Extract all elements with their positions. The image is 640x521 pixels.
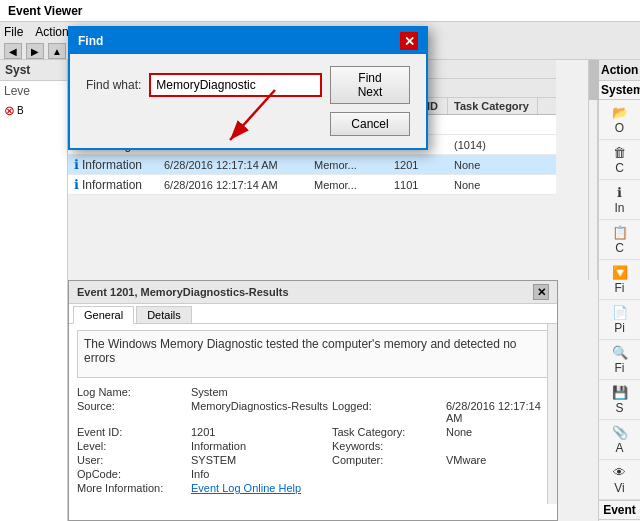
col-task[interactable]: Task Category: [448, 98, 538, 114]
action-item-copy[interactable]: 📋 C: [599, 220, 640, 260]
scrollbar-thumb[interactable]: [589, 60, 599, 100]
action-item-clear[interactable]: 🗑 C: [599, 140, 640, 180]
attach-icon: 📎: [612, 424, 628, 440]
user-value: SYSTEM: [191, 454, 328, 466]
more-info-label: More Information:: [77, 482, 187, 494]
source-value: MemoryDiagnostics-Results: [191, 400, 328, 424]
save-icon: 💾: [612, 384, 628, 400]
props-icon: 📄: [612, 304, 628, 320]
event-detail-panel: Event 1201, MemoryDiagnostics-Results ✕ …: [68, 280, 558, 521]
find-next-button[interactable]: Find Next: [330, 66, 410, 104]
menu-action[interactable]: Action: [35, 25, 68, 39]
action-item-save[interactable]: 💾 S: [599, 380, 640, 420]
menu-file[interactable]: File: [4, 25, 23, 39]
error-icon: ⊗: [4, 103, 15, 118]
find-what-input[interactable]: [149, 73, 322, 97]
find-dialog-close-button[interactable]: ✕: [400, 32, 418, 50]
title-bar: Event Viewer: [0, 0, 640, 22]
detail-close-button[interactable]: ✕: [533, 284, 549, 300]
find-dialog-titlebar: Find ✕: [70, 28, 426, 54]
action-item-props[interactable]: 📄 Pi: [599, 300, 640, 340]
action-item-attach[interactable]: 📎 A: [599, 420, 640, 460]
actions-system-label: System: [599, 81, 640, 100]
action-item-open[interactable]: 📂 O: [599, 100, 640, 140]
computer-label: Computer:: [332, 454, 442, 466]
tab-general[interactable]: General: [73, 306, 134, 324]
event-id-value: 1201: [191, 426, 328, 438]
table-row[interactable]: ℹ Information 6/28/2016 12:17:14 AM Memo…: [68, 175, 556, 195]
task-cat-value: None: [446, 426, 549, 438]
app-title: Event Viewer: [8, 4, 82, 18]
actions-event-label: Event: [599, 500, 640, 520]
action-item-filter[interactable]: 🔽 Fi: [599, 260, 640, 300]
opcode-label: OpCode:: [77, 468, 187, 480]
right-actions-panel: Action System 📂 O 🗑 C ℹ In 📋 C 🔽 Fi 📄 Pi…: [598, 60, 640, 521]
cancel-row: Cancel: [86, 112, 410, 136]
find-dialog: Find ✕ Find what: Find Next Cancel: [68, 26, 428, 150]
view-icon: 👁: [612, 464, 628, 480]
open-icon: 📂: [612, 104, 628, 120]
info-icon-row2: ℹ: [74, 177, 79, 192]
more-info-link[interactable]: Event Log Online Help: [191, 482, 328, 494]
find-icon: 🔍: [612, 344, 628, 360]
keywords-label: Keywords:: [332, 440, 442, 452]
detail-tabs-row: General Details: [69, 304, 557, 324]
detail-panel-title-text: Event 1201, MemoryDiagnostics-Results: [77, 286, 289, 298]
find-dialog-title: Find: [78, 34, 103, 48]
find-dialog-body: Find what: Find Next Cancel: [70, 54, 426, 148]
left-tree-panel: Syst Leve ⊗ B: [0, 60, 68, 521]
action-item-view[interactable]: 👁 Vi: [599, 460, 640, 500]
find-input-row: Find what: Find Next: [86, 66, 410, 104]
tree-level: Leve: [0, 81, 67, 101]
toolbar-back-btn[interactable]: ◀: [4, 43, 22, 59]
user-label: User:: [77, 454, 187, 466]
find-what-label: Find what:: [86, 78, 141, 92]
event-description: The Windows Memory Diagnostic tested the…: [77, 330, 549, 378]
detail-content-area: The Windows Memory Diagnostic tested the…: [69, 324, 557, 504]
keywords-value: [446, 440, 549, 452]
detail-scrollbar[interactable]: [547, 324, 557, 504]
copy-icon: 📋: [612, 224, 628, 240]
level-value: Information: [191, 440, 328, 452]
action-item-info[interactable]: ℹ In: [599, 180, 640, 220]
cancel-button[interactable]: Cancel: [330, 112, 410, 136]
left-panel-header: Syst: [0, 60, 67, 81]
tab-details[interactable]: Details: [136, 306, 192, 323]
source-label: Source:: [77, 400, 187, 424]
toolbar-forward-btn[interactable]: ▶: [26, 43, 44, 59]
main-scrollbar[interactable]: [588, 60, 598, 280]
event-id-label: Event ID:: [77, 426, 187, 438]
toolbar-up-btn[interactable]: ▲: [48, 43, 66, 59]
table-row[interactable]: ℹ Information 6/28/2016 12:17:14 AM Memo…: [68, 155, 556, 175]
logged-label: Logged:: [332, 400, 442, 424]
opcode-value: Info: [191, 468, 328, 480]
event-info-grid: Log Name: System Source: MemoryDiagnosti…: [77, 386, 549, 494]
action-item-find[interactable]: 🔍 Fi: [599, 340, 640, 380]
level-label: Level:: [77, 440, 187, 452]
logged-value: 6/28/2016 12:17:14 AM: [446, 400, 549, 424]
task-cat-label: Task Category:: [332, 426, 442, 438]
detail-panel-titlebar: Event 1201, MemoryDiagnostics-Results ✕: [69, 281, 557, 304]
clear-icon: 🗑: [612, 144, 628, 160]
info-icon2: ℹ: [612, 184, 628, 200]
info-icon-row1: ℹ: [74, 157, 79, 172]
log-name-value: System: [191, 386, 328, 398]
log-name-label: Log Name:: [77, 386, 187, 398]
computer-value: VMware: [446, 454, 549, 466]
filter-icon: 🔽: [612, 264, 628, 280]
tree-b-item[interactable]: ⊗ B: [0, 101, 67, 120]
right-panel-header: Action: [599, 60, 640, 81]
